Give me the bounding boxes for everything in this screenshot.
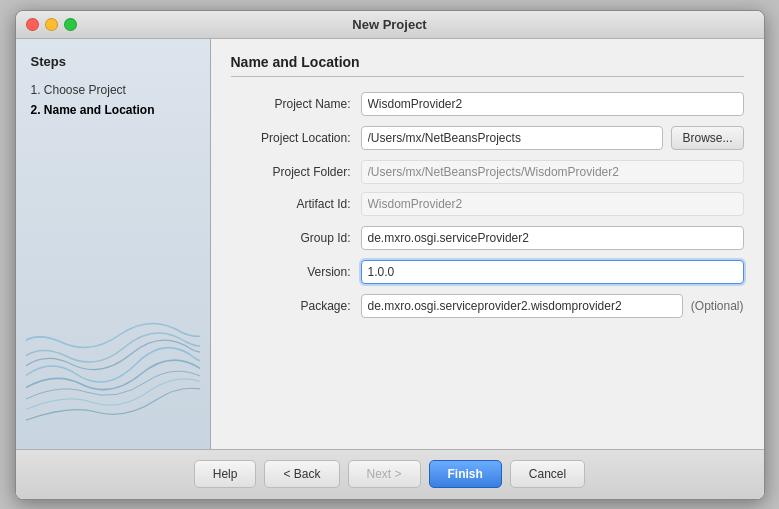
sidebar-decoration: .wave1 { fill: none; stroke: #7ab8d4; st…	[26, 141, 200, 434]
project-folder-label: Project Folder:	[231, 165, 361, 179]
minimize-button[interactable]	[45, 18, 58, 31]
window-title: New Project	[352, 17, 426, 32]
project-name-label: Project Name:	[231, 97, 361, 111]
project-location-row: Project Location: Browse...	[231, 126, 744, 150]
titlebar: New Project	[16, 11, 764, 39]
version-label: Version:	[231, 265, 361, 279]
artifact-id-label: Artifact Id:	[231, 197, 361, 211]
titlebar-buttons	[26, 18, 77, 31]
cancel-button[interactable]: Cancel	[510, 460, 585, 488]
project-name-row: Project Name:	[231, 92, 744, 116]
project-folder-row: Project Folder:	[231, 160, 744, 184]
back-button[interactable]: < Back	[264, 460, 339, 488]
group-id-label: Group Id:	[231, 231, 361, 245]
package-label: Package:	[231, 299, 361, 313]
form-area: Project Name: Project Location: Browse..…	[231, 92, 744, 434]
close-button[interactable]	[26, 18, 39, 31]
optional-label: (Optional)	[691, 299, 744, 313]
next-button[interactable]: Next >	[348, 460, 421, 488]
browse-button[interactable]: Browse...	[671, 126, 743, 150]
group-id-input[interactable]	[361, 226, 744, 250]
artifact-id-input	[361, 192, 744, 216]
sidebar-title: Steps	[26, 54, 200, 69]
sidebar: Steps 1. Choose Project 2. Name and Loca…	[16, 39, 211, 449]
artifact-id-row: Artifact Id:	[231, 192, 744, 216]
project-folder-input	[361, 160, 744, 184]
main-panel: Name and Location Project Name: Project …	[211, 39, 764, 449]
project-location-input[interactable]	[361, 126, 664, 150]
version-row: Version:	[231, 260, 744, 284]
group-id-row: Group Id:	[231, 226, 744, 250]
maximize-button[interactable]	[64, 18, 77, 31]
help-button[interactable]: Help	[194, 460, 257, 488]
new-project-window: New Project Steps 1. Choose Project 2. N…	[15, 10, 765, 500]
footer: Help < Back Next > Finish Cancel	[16, 449, 764, 499]
version-input[interactable]	[361, 260, 744, 284]
sidebar-item-choose-project[interactable]: 1. Choose Project	[26, 81, 200, 99]
finish-button[interactable]: Finish	[429, 460, 502, 488]
section-title: Name and Location	[231, 54, 744, 77]
sidebar-item-name-location[interactable]: 2. Name and Location	[26, 101, 200, 119]
wave-graphic: .wave1 { fill: none; stroke: #7ab8d4; st…	[26, 304, 200, 434]
package-row: Package: (Optional)	[231, 294, 744, 318]
package-input[interactable]	[361, 294, 683, 318]
project-location-label: Project Location:	[231, 131, 361, 145]
project-name-input[interactable]	[361, 92, 744, 116]
content-area: Steps 1. Choose Project 2. Name and Loca…	[16, 39, 764, 449]
